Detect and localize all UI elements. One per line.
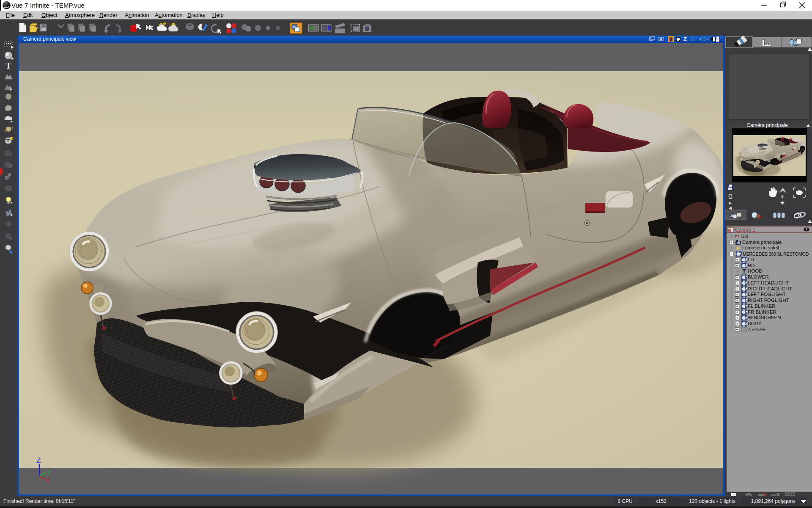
svg-text:G: G [691,36,695,42]
svg-text:y: y [47,467,51,475]
svg-text:T: T [5,61,11,70]
svg-text:Z: Z [36,456,41,464]
svg-text:00: 00 [701,37,706,41]
svg-text:x: x [46,476,49,484]
svg-text:Z: Z [683,36,687,42]
svg-text:Caméra principale: Caméra principale [746,122,788,128]
